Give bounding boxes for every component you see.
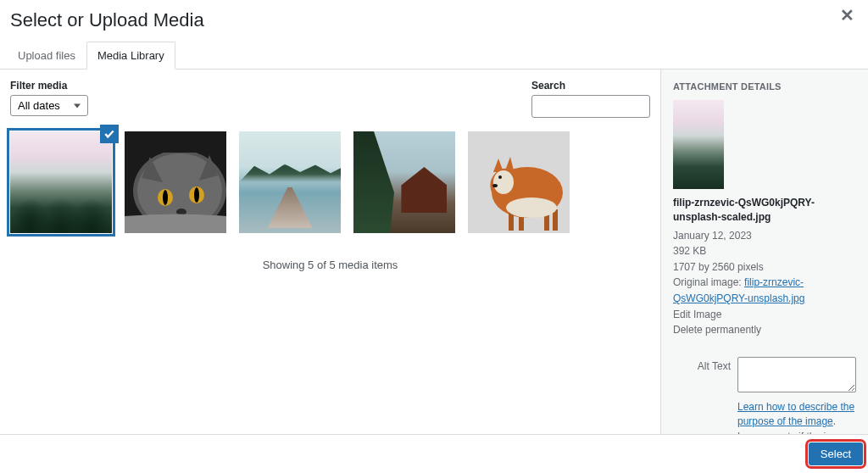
media-thumbnail: [239, 131, 341, 233]
svg-point-11: [493, 170, 514, 194]
media-browser: Filter media All dates Search: [0, 70, 660, 442]
media-item[interactable]: ✓: [239, 131, 341, 233]
attachment-original: Original image: filip-zrnzevic-QsWG0kjPQ…: [673, 275, 856, 306]
modal-title: Select or Upload Media: [10, 0, 204, 41]
media-grid: ✓ ✓ ✓: [10, 131, 650, 233]
delete-permanently-link[interactable]: Delete permanently: [673, 322, 856, 338]
alt-text-input[interactable]: [737, 357, 856, 392]
svg-point-12: [498, 175, 502, 179]
search-label: Search: [531, 80, 650, 92]
media-item[interactable]: [10, 131, 112, 233]
attachment-dimensions: 1707 by 2560 pixels: [673, 259, 856, 275]
check-icon[interactable]: [100, 125, 119, 143]
tabs: Upload files Media Library: [0, 41, 868, 70]
media-thumbnail: [125, 131, 226, 233]
media-thumbnail: [353, 131, 455, 233]
media-thumbnail: [468, 131, 570, 233]
tab-upload-files[interactable]: Upload files: [7, 42, 86, 70]
attachment-date: January 12, 2023: [673, 228, 856, 244]
attachment-details-sidebar: ATTACHMENT DETAILS filip-zrnzevic-QsWG0k…: [660, 70, 868, 442]
tab-media-library[interactable]: Media Library: [86, 42, 175, 70]
search-group: Search: [531, 80, 650, 118]
attachment-meta: January 12, 2023 392 KB 1707 by 2560 pix…: [673, 228, 856, 338]
filter-media-select[interactable]: All dates: [10, 95, 88, 116]
svg-point-18: [506, 198, 557, 218]
modal-header: Select or Upload Media ✕: [0, 0, 868, 41]
media-item[interactable]: ✓: [125, 131, 226, 233]
select-button[interactable]: Select: [809, 442, 863, 465]
alt-text-label: Alt Text: [673, 357, 731, 442]
attachment-size: 392 KB: [673, 243, 856, 259]
filter-media-label: Filter media: [10, 80, 88, 92]
attachment-details-heading: ATTACHMENT DETAILS: [673, 81, 856, 92]
media-thumbnail: [10, 131, 112, 233]
media-item[interactable]: ✓: [353, 131, 455, 233]
alt-text-help-link[interactable]: Learn how to describe the purpose of the…: [737, 401, 854, 427]
filter-media-group: Filter media All dates: [10, 80, 88, 116]
svg-point-13: [492, 184, 498, 187]
attachment-filename: filip-zrnzevic-QsWG0kjPQRY-unsplash-scal…: [673, 196, 856, 225]
svg-point-4: [163, 190, 168, 205]
search-input[interactable]: [531, 95, 650, 118]
svg-rect-14: [509, 212, 514, 231]
alt-text-field: Alt Text Learn how to describe the purpo…: [673, 357, 856, 442]
svg-rect-8: [125, 131, 226, 153]
close-icon[interactable]: ✕: [840, 0, 854, 25]
modal-footer: Select: [0, 434, 868, 473]
media-item[interactable]: ✓: [468, 131, 570, 233]
media-count-text: Showing 5 of 5 media items: [10, 259, 650, 271]
toolbar: Filter media All dates Search: [10, 80, 650, 118]
edit-image-link[interactable]: Edit Image: [673, 307, 856, 323]
svg-point-6: [194, 187, 199, 203]
attachment-thumbnail: [673, 100, 724, 189]
